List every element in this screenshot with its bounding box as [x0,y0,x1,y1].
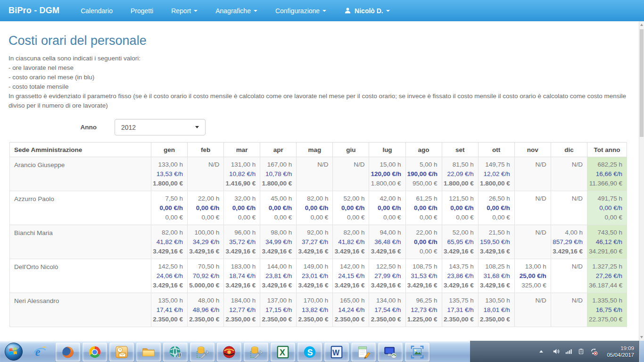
page-scrollbar[interactable] [639,21,644,341]
chrome-taskbar-button[interactable] [83,343,107,362]
outlook-icon [115,345,129,359]
hourly-cost-value: 37,27 €/h [298,237,328,247]
skype-icon: S [303,345,317,359]
month-cell: N/D [551,259,587,293]
hours-value: 45,00 h [262,194,292,203]
red-target-app-taskbar-button[interactable] [217,343,241,362]
hours-value: 22,00 h [407,228,438,237]
column-header-mar: mar [224,143,260,157]
security-globe-taskbar-button[interactable] [163,343,188,362]
hourly-cost-value: 48,96 €/h [189,305,219,315]
hourly-cost-value: 0,00 €/h [334,203,364,213]
nav-item-anagrafiche[interactable]: Anagrafiche [206,0,266,21]
hidden-icons-icon[interactable] [538,349,544,354]
column-header-apr: apr [260,143,297,157]
hours-value: 61,25 h [407,194,438,203]
internet-explorer-taskbar-button[interactable]: e [28,343,51,362]
monthly-cost-value: 3.429,16 € [444,247,474,256]
hours-value: 121,50 h [444,194,474,203]
month-cell: N/D [514,293,551,327]
monthly-cost-value: 5.000,00 € [189,281,219,290]
user-menu-label: Nicolò D. [355,7,383,15]
month-cell: N/D [514,157,551,191]
hourly-cost-value: 27,26 €/h [589,271,622,281]
month-cell: 21,50 h159,50 €/h3.429,16 € [478,225,514,259]
sync-error-icon[interactable] [590,347,598,355]
skype-taskbar-button[interactable]: S [297,343,322,362]
clock-date: 05/04/2017 [605,352,634,358]
scroll-down-arrow-icon[interactable] [639,334,644,341]
hours-value: 134,00 h [371,296,401,305]
firefox-taskbar-button[interactable] [56,343,80,362]
monthly-cost-value: 1.800,00 € [262,179,292,188]
word-taskbar-button[interactable]: W [324,343,349,362]
notepad-editor-taskbar-button[interactable] [351,343,376,362]
network-icon[interactable] [565,348,572,355]
employee-name: Bianchi Maria [10,225,151,259]
start-button[interactable] [4,342,23,361]
hourly-cost-value: 0,00 €/h [298,203,328,213]
nav-item-configurazione[interactable]: Configurazione [266,0,335,21]
employee-name: Arancio Giuseppe [10,157,151,191]
scrollbar-thumb[interactable] [640,29,644,137]
hourly-cost-value: 31,68 €/h [480,271,510,281]
chevron-down-icon [386,10,390,12]
taskbar-clock[interactable]: 19:09 05/04/2017 [605,345,636,358]
hourly-cost-value: 23,01 €/h [298,271,328,281]
page-title: Costi orari del personale [8,34,639,48]
total-cell: 1.335,50 h16,75 €/h22.375,00 € [587,293,627,327]
month-cell: 92,00 h37,27 €/h3.429,16 € [297,225,333,259]
show-desktop-button[interactable] [639,341,644,362]
user-menu[interactable]: Nicolò D. [335,0,399,21]
hours-value: 108,75 h [407,262,438,271]
month-cell: 82,00 h0,00 €/h0,00 € [297,191,333,225]
hourly-cost-value: 0,00 €/h [480,203,510,213]
hours-value: 183,00 h [225,262,256,271]
action-center-icon[interactable] [578,348,584,354]
column-header-feb: feb [188,143,224,157]
hourly-cost-value: 120,00 €/h [371,169,401,179]
hours-value: 133,00 h [153,160,183,169]
windows-explorer-taskbar-button[interactable] [136,343,161,362]
column-header-set: set [442,143,478,157]
hourly-cost-value: 0,00 €/h [589,203,622,213]
hourly-cost-value: 0,00 €/h [262,203,292,213]
database-tools-icon [195,345,209,359]
hours-value: 82,00 h [334,228,364,237]
app-brand[interactable]: BiPro - DGM [8,6,59,16]
screenshot-tool-taskbar-button[interactable] [405,343,429,362]
monthly-cost-value: 1.800,00 € [444,179,474,188]
month-cell: 144,00 h23,81 €/h3.429,16 € [260,259,297,293]
scroll-up-arrow-icon[interactable] [639,21,644,28]
volume-icon[interactable] [553,348,560,355]
column-header-mag: mag [297,143,333,157]
nav-item-progetti[interactable]: Progetti [122,0,162,21]
hours-value: 130,50 h [480,296,510,305]
nav-item-label: Progetti [131,7,153,15]
excel-icon: X [276,345,290,359]
hourly-cost-value: 13,53 €/h [153,169,183,179]
hourly-cost-value: 41,82 €/h [334,237,364,247]
hourly-cost-value: 159,50 €/h [480,237,510,247]
year-select[interactable]: 2012 [115,119,206,135]
year-select-value: 2012 [121,124,136,131]
monthly-cost-value: 0,00 € [371,213,401,222]
outlook-taskbar-button[interactable] [109,343,134,362]
table-row: Bianchi Maria82,00 h41,82 €/h3.429,16 €1… [10,225,627,259]
database-tools-2-icon [249,345,263,359]
monthly-cost-value: 2.350,00 € [480,315,510,324]
nav-item-report[interactable]: Report [162,0,206,21]
hourly-cost-value: 0,00 €/h [407,237,438,247]
remote-desktop-taskbar-button[interactable] [378,343,403,362]
monthly-cost-value: 2.350,00 € [225,315,256,324]
database-tools-2-taskbar-button[interactable] [244,343,268,362]
nav-item-calendario[interactable]: Calendario [72,0,122,21]
month-cell: N/D [551,191,587,225]
excel-taskbar-button[interactable]: X [271,343,295,362]
month-cell: 122,50 h27,99 €/h3.429,16 € [369,259,405,293]
monthly-cost-value: 0,00 € [225,213,256,222]
hours-value: 142,00 h [334,262,364,271]
month-cell: 142,00 h24,15 €/h3.429,16 € [333,259,369,293]
database-tools-taskbar-button[interactable] [190,343,215,362]
monthly-cost-value: 1.416,90 € [225,179,256,188]
